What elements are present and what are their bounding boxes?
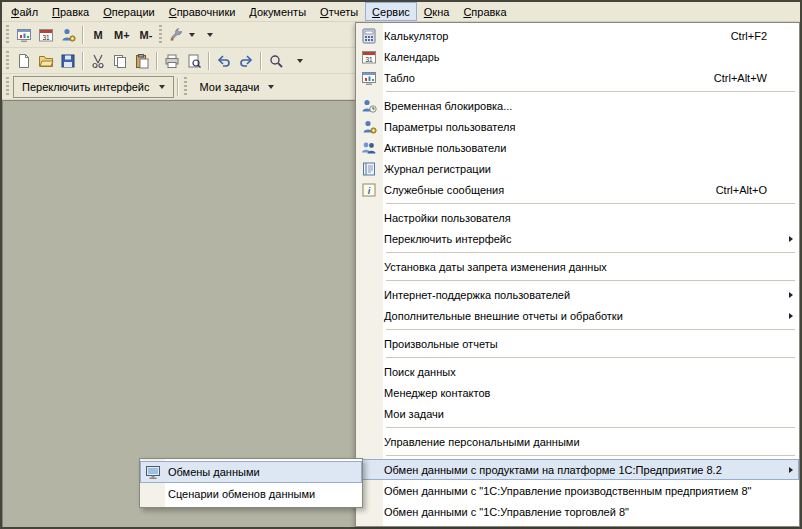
menu-item[interactable]: Обмен данными с "1С:Управление торговлей… — [356, 501, 799, 522]
empty-icon-slot — [361, 287, 377, 303]
my-tasks-label: Мои задачи — [200, 81, 260, 93]
menu-item[interactable]: Поиск данных — [356, 361, 799, 382]
cut-button[interactable] — [87, 50, 109, 72]
empty-icon-slot — [361, 231, 377, 247]
menu-item[interactable]: Настройки пользователя — [356, 207, 799, 228]
print-button[interactable] — [161, 50, 183, 72]
empty-icon-slot — [361, 259, 377, 275]
empty-icon-slot — [361, 308, 377, 324]
menu-separator — [386, 203, 795, 204]
menu-item[interactable]: ТаблоCtrl+Alt+W — [356, 67, 799, 88]
menubar: ФайлПравкаОперацииСправочникиДокументыОт… — [2, 2, 800, 22]
calendar-button[interactable]: 31 — [35, 24, 57, 46]
menubar-item-операции[interactable]: Операции — [96, 2, 161, 21]
memory-add-button[interactable]: M+ — [109, 24, 135, 46]
service-tools-button[interactable] — [166, 24, 197, 46]
submenu-arrow-icon — [789, 236, 793, 242]
menu-item[interactable]: Переключить интерфейс — [356, 228, 799, 249]
toolbar-separator — [260, 52, 262, 70]
menu-item[interactable]: Менеджер контактов — [356, 382, 799, 403]
menu-item[interactable]: КалькуляторCtrl+F2 — [356, 25, 799, 46]
menu-item[interactable]: Мои задачи — [356, 403, 799, 424]
menubar-item-label: Правка — [52, 6, 89, 18]
menu-item-label: Калькулятор — [384, 30, 448, 42]
tablo-icon — [16, 27, 32, 43]
new-document-button[interactable] — [13, 50, 35, 72]
user-params-icon — [361, 119, 377, 135]
toolbar-button-label: M+ — [114, 29, 130, 41]
toolbar-options-button[interactable] — [287, 50, 309, 72]
menu-item[interactable]: iСлужебные сообщенияCtrl+Alt+O — [356, 179, 799, 200]
menu-item-label: Интернет-поддержка пользователей — [384, 289, 570, 301]
memory-recall-button[interactable]: M — [87, 24, 109, 46]
toolbar-grip[interactable] — [159, 25, 162, 45]
memory-subtract-button[interactable]: M- — [135, 24, 158, 46]
service-menu: КалькуляторCtrl+F231КалендарьТаблоCtrl+A… — [355, 22, 800, 527]
menu-item[interactable]: Параметры пользователя — [356, 116, 799, 137]
user-settings-button[interactable] — [57, 24, 79, 46]
menu-item[interactable]: 31Календарь — [356, 46, 799, 67]
menu-item[interactable]: Интернет-поддержка пользователей — [356, 284, 799, 305]
menu-item[interactable]: Обмены данными — [140, 461, 362, 483]
open-button[interactable] — [35, 50, 57, 72]
menu-item-label: Произвольные отчеты — [384, 338, 498, 350]
empty-icon-slot — [361, 385, 377, 401]
menubar-item-документы[interactable]: Документы — [242, 2, 313, 21]
menu-item-shortcut: Ctrl+F2 — [731, 30, 783, 42]
toolbar-grip[interactable] — [6, 51, 9, 71]
menubar-item-справка[interactable]: Справка — [456, 2, 513, 21]
save-icon — [60, 53, 76, 69]
print-preview-button[interactable] — [183, 50, 205, 72]
user-lock-icon — [361, 98, 377, 114]
user-params-icon — [60, 27, 76, 43]
my-tasks-button[interactable]: Мои задачи — [191, 76, 284, 98]
menubar-item-правка[interactable]: Правка — [45, 2, 96, 21]
menu-item[interactable]: Обмен данными с продуктами на платформе … — [356, 459, 799, 480]
menu-item[interactable]: Управление персональными данными — [356, 431, 799, 452]
menubar-item-справочники[interactable]: Справочники — [162, 2, 243, 21]
toolbar-grip[interactable] — [184, 77, 187, 97]
menu-item[interactable]: Активные пользователи — [356, 137, 799, 158]
menu-item-label: Мои задачи — [384, 408, 444, 420]
menu-item-label: Параметры пользователя — [384, 121, 515, 133]
toolbar-grip[interactable] — [6, 25, 9, 45]
submenu-arrow-icon — [789, 467, 793, 473]
paste-button[interactable] — [131, 50, 153, 72]
menubar-item-сервис[interactable]: Сервис — [365, 2, 417, 21]
menu-item[interactable]: Произвольные отчеты — [356, 333, 799, 354]
toolbar-separator — [82, 52, 84, 70]
switch-interface-button[interactable]: Переключить интерфейс — [13, 76, 174, 98]
menu-item[interactable]: Установка даты запрета изменения данных — [356, 256, 799, 277]
tablo-button[interactable] — [13, 24, 35, 46]
toolbar-grip[interactable] — [6, 77, 9, 97]
save-button[interactable] — [57, 50, 79, 72]
menu-item-label: Менеджер контактов — [384, 387, 490, 399]
menu-item[interactable]: Журнал регистрации — [356, 158, 799, 179]
toolbar-options-button[interactable] — [197, 24, 219, 46]
dropdown-caret-icon — [189, 33, 195, 37]
redo-icon — [238, 53, 254, 69]
menu-item[interactable]: Сценарии обменов данными — [140, 483, 362, 505]
menubar-item-отчеты[interactable]: Отчеты — [313, 2, 365, 21]
paste-icon — [134, 53, 150, 69]
menu-item-label: Управление персональными данными — [384, 436, 580, 448]
copy-button[interactable] — [109, 50, 131, 72]
undo-icon — [216, 53, 232, 69]
undo-button[interactable] — [213, 50, 235, 72]
menubar-item-label: Отчеты — [320, 6, 358, 18]
calendar-icon: 31 — [361, 49, 377, 65]
menubar-item-окна[interactable]: Окна — [417, 2, 457, 21]
toolbar-separator — [208, 52, 210, 70]
find-button[interactable] — [265, 50, 287, 72]
menu-item-label: Табло — [384, 72, 415, 84]
menu-item[interactable]: Обмен данными с "1С:Управление производс… — [356, 480, 799, 501]
empty-icon-slot — [361, 504, 377, 520]
submenu-arrow-icon — [789, 292, 793, 298]
menubar-item-файл[interactable]: Файл — [4, 2, 45, 21]
redo-button[interactable] — [235, 50, 257, 72]
menu-item[interactable]: Временная блокировка... — [356, 95, 799, 116]
menu-item[interactable]: Дополнительные внешние отчеты и обработк… — [356, 305, 799, 326]
menu-separator — [386, 455, 795, 456]
empty-icon-slot — [361, 434, 377, 450]
menu-item-label: Временная блокировка... — [384, 100, 512, 112]
